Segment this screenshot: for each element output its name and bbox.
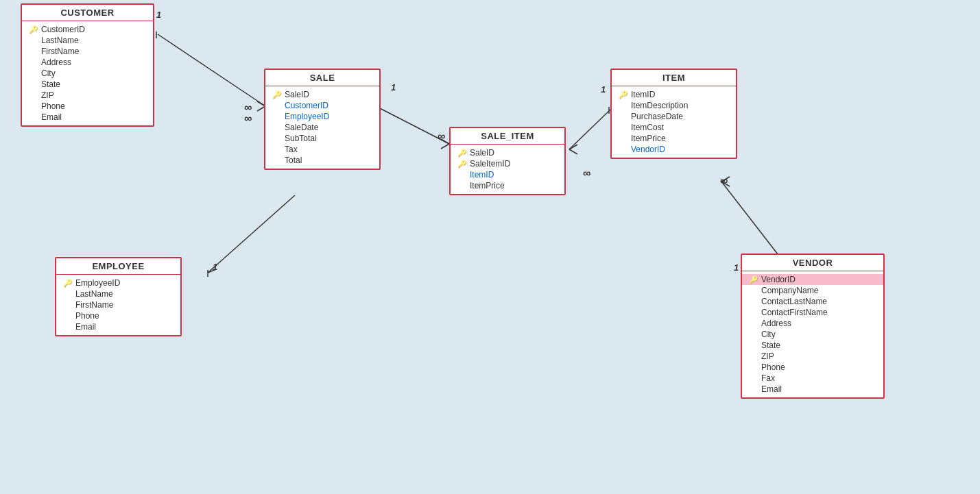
sale-field-saleid: SaleID — [265, 89, 379, 100]
key-icon — [63, 278, 73, 288]
diagram-canvas: CUSTOMER CustomerID LastName FirstName A… — [0, 0, 980, 494]
item-field-itemprice: ItemPrice — [612, 133, 736, 144]
vendor-field-city: City — [742, 329, 883, 340]
sale-fields: SaleID CustomerID EmployeeID SaleDate Su… — [265, 86, 379, 169]
cardinality-1-customer-sale: 1 — [156, 10, 161, 20]
field-tax: Tax — [285, 145, 298, 154]
vendor-field-contactlastname: ContactLastName — [742, 296, 883, 307]
field-zip: ZIP — [41, 90, 54, 100]
svg-line-12 — [208, 195, 295, 273]
field-lastname: LastName — [75, 289, 113, 299]
field-itemdescription: ItemDescription — [631, 101, 688, 110]
field-state: State — [41, 79, 60, 89]
employee-header: EMPLOYEE — [56, 258, 180, 275]
item-header: ITEM — [612, 70, 736, 86]
customer-field-state: State — [22, 79, 153, 90]
item-table: ITEM ItemID ItemDescription PurchaseDate… — [610, 69, 737, 159]
sale-field-saledate: SaleDate — [265, 122, 379, 133]
field-itemprice: ItemPrice — [631, 134, 666, 143]
field-itemid: ItemID — [470, 170, 494, 180]
sale-table: SALE SaleID CustomerID EmployeeID SaleDa… — [264, 69, 381, 170]
vendor-field-companyname: CompanyName — [742, 285, 883, 296]
customer-field-city: City — [22, 68, 153, 79]
vendor-field-vendorid: VendorID — [742, 274, 883, 285]
key-icon — [749, 275, 758, 284]
sale-field-subtotal: SubTotal — [265, 133, 379, 144]
sale-field-customerid: CustomerID — [265, 100, 379, 111]
field-purchasedate: PurchaseDate — [631, 112, 683, 121]
cardinality-1-sale-saleitem: 1 — [391, 82, 396, 92]
field-phone: Phone — [75, 311, 99, 321]
field-saleid: SaleID — [285, 90, 309, 99]
field-firstname: FirstName — [75, 300, 113, 310]
field-fax: Fax — [761, 373, 775, 383]
svg-line-6 — [441, 144, 449, 149]
field-subtotal: SubTotal — [285, 134, 317, 143]
key-icon — [272, 90, 282, 99]
vendor-field-zip: ZIP — [742, 351, 883, 362]
sale-field-total: Total — [265, 155, 379, 166]
sale-item-fields: SaleID SaleItemID ItemID ItemPrice — [451, 145, 564, 194]
customer-field-lastname: LastName — [22, 35, 153, 46]
svg-line-10 — [569, 149, 577, 154]
field-itemid: ItemID — [631, 90, 655, 99]
svg-line-9 — [569, 145, 577, 149]
field-companyname: CompanyName — [761, 286, 818, 295]
vendor-fields: VendorID CompanyName ContactLastName Con… — [742, 271, 883, 397]
vendor-field-phone: Phone — [742, 362, 883, 373]
field-phone: Phone — [41, 101, 65, 111]
employee-field-email: Email — [56, 321, 180, 332]
item-field-itemdescription: ItemDescription — [612, 100, 736, 111]
field-email: Email — [41, 112, 62, 122]
employee-table: EMPLOYEE EmployeeID LastName FirstName P… — [55, 257, 182, 336]
field-city: City — [41, 69, 56, 78]
field-itemcost: ItemCost — [631, 123, 664, 132]
cardinality-1-employee: 1 — [213, 262, 217, 272]
field-email: Email — [761, 384, 782, 394]
item-field-itemid: ItemID — [612, 89, 736, 100]
key-icon — [457, 148, 467, 158]
field-lastname: LastName — [41, 36, 79, 45]
vendor-field-fax: Fax — [742, 373, 883, 384]
cardinality-many-saleitem-item: ∞ — [583, 167, 590, 180]
cardinality-1-item-saleitem: 1 — [601, 84, 606, 95]
customer-field-phone: Phone — [22, 101, 153, 112]
sale-item-header: SALE_ITEM — [451, 128, 564, 145]
customer-field-address: Address — [22, 57, 153, 68]
sale-header: SALE — [265, 70, 379, 86]
customer-field-firstname: FirstName — [22, 46, 153, 57]
field-contactfirstname: ContactFirstName — [761, 308, 828, 317]
customer-header: CUSTOMER — [22, 5, 153, 21]
vendor-field-contactfirstname: ContactFirstName — [742, 307, 883, 318]
field-customerid: CustomerID — [285, 101, 328, 110]
field-firstname: FirstName — [41, 47, 79, 56]
vendor-field-email: Email — [742, 384, 883, 395]
field-saleid: SaleID — [470, 148, 494, 158]
employee-field-employeeid: EmployeeID — [56, 277, 180, 288]
vendor-header: VENDOR — [742, 255, 883, 271]
field-address: Address — [41, 58, 71, 67]
field-saleitemid: SaleItemID — [470, 159, 510, 169]
employee-field-phone: Phone — [56, 310, 180, 321]
sale-item-table: SALE_ITEM SaleID SaleItemID ItemID ItemP… — [449, 127, 566, 195]
saleitem-field-saleitemid: SaleItemID — [451, 158, 564, 169]
field-vendorid: VendorID — [761, 275, 796, 284]
customer-field-customerid: CustomerID — [22, 24, 153, 35]
field-zip: ZIP — [761, 351, 774, 361]
field-phone: Phone — [761, 362, 785, 372]
cardinality-many-saleitem: ∞ — [438, 130, 445, 143]
customer-fields: CustomerID LastName FirstName Address Ci… — [22, 21, 153, 125]
field-email: Email — [75, 322, 96, 332]
vendor-field-state: State — [742, 340, 883, 351]
cardinality-1-vendor: 1 — [734, 262, 739, 273]
employee-field-lastname: LastName — [56, 288, 180, 299]
employee-fields: EmployeeID LastName FirstName Phone Emai… — [56, 275, 180, 335]
field-vendorid: VendorID — [631, 145, 665, 154]
svg-line-0 — [158, 34, 265, 106]
field-state: State — [761, 341, 780, 350]
customer-field-zip: ZIP — [22, 90, 153, 101]
cardinality-many-sale-employee: ∞ — [244, 112, 252, 125]
saleitem-field-itemprice: ItemPrice — [451, 180, 564, 191]
key-icon — [619, 90, 628, 99]
customer-table: CUSTOMER CustomerID LastName FirstName A… — [21, 3, 154, 127]
